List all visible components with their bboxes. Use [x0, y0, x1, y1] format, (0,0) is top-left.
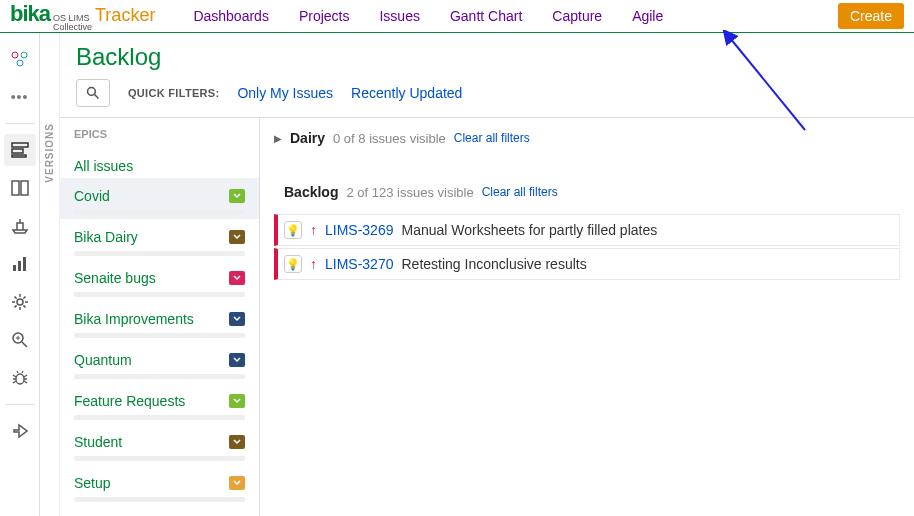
issue-type-icon: 💡 [284, 221, 302, 239]
epic-row[interactable]: Feature Requests [60, 383, 259, 424]
epic-progress-bar [74, 456, 245, 461]
epic-progress-bar [74, 333, 245, 338]
epic-label: Bika Dairy [74, 229, 138, 245]
epic-chip-icon [229, 230, 245, 244]
rail-project-icon[interactable] [4, 43, 36, 75]
logo[interactable]: bika OS LIMSCollective Tracker [10, 1, 155, 32]
svg-point-11 [17, 299, 23, 305]
svg-rect-10 [23, 257, 26, 271]
issue-key[interactable]: LIMS-3270 [325, 256, 393, 272]
epic-chip-icon [229, 353, 245, 367]
issue-type-icon: 💡 [284, 255, 302, 273]
svg-point-14 [88, 88, 96, 96]
svg-rect-6 [12, 181, 19, 195]
svg-rect-8 [13, 265, 16, 271]
group-count: 0 of 8 issues visible [333, 131, 446, 146]
versions-strip[interactable]: VERSIONS [40, 33, 60, 516]
group-backlog[interactable]: Backlog 2 of 123 issues visible Clear al… [274, 180, 900, 204]
svg-rect-4 [12, 149, 23, 153]
filter-only-my-issues[interactable]: Only My Issues [237, 85, 333, 101]
quick-filters-label: QUICK FILTERS: [128, 87, 219, 99]
epic-row[interactable]: Quantum [60, 342, 259, 383]
logo-subtitle: OS LIMSCollective [53, 14, 92, 32]
svg-point-2 [17, 60, 23, 66]
epic-chip-icon [229, 312, 245, 326]
rail-gear-icon[interactable] [4, 286, 36, 318]
epic-label: Setup [74, 475, 111, 491]
issue-summary: Retesting Inconclusive results [401, 256, 586, 272]
chevron-right-icon: ▶ [274, 133, 282, 144]
epic-chip-icon [229, 271, 245, 285]
svg-rect-3 [12, 143, 28, 147]
epic-chip-icon [229, 435, 245, 449]
top-bar: bika OS LIMSCollective Tracker Dashboard… [0, 0, 914, 33]
epic-chip-icon [229, 394, 245, 408]
nav-projects[interactable]: Projects [299, 8, 350, 24]
filter-recently-updated[interactable]: Recently Updated [351, 85, 462, 101]
clear-filters-link[interactable]: Clear all filters [454, 131, 530, 145]
epic-label: All issues [74, 158, 133, 174]
epic-chip-icon [229, 476, 245, 490]
epic-chip-icon [229, 189, 245, 203]
group-name: Backlog [284, 184, 338, 200]
nav-gantt[interactable]: Gantt Chart [450, 8, 522, 24]
epic-row[interactable]: Senaite bugs [60, 260, 259, 301]
rail-bug-icon[interactable] [4, 362, 36, 394]
epic-label: Covid [74, 188, 110, 204]
logo-tracker: Tracker [95, 5, 155, 26]
search-button[interactable] [76, 79, 110, 107]
epic-label: Student [74, 434, 122, 450]
epics-heading: EPICS [60, 118, 259, 148]
priority-up-icon: ↑ [310, 256, 317, 272]
group-dairy[interactable]: ▶ Dairy 0 of 8 issues visible Clear all … [274, 126, 900, 150]
nav-capture[interactable]: Capture [552, 8, 602, 24]
nav-agile[interactable]: Agile [632, 8, 663, 24]
rail-backlog-icon[interactable] [4, 134, 36, 166]
clear-filters-link[interactable]: Clear all filters [482, 185, 558, 199]
epics-all-issues[interactable]: All issues [60, 148, 259, 178]
versions-label: VERSIONS [44, 123, 55, 183]
issue-key[interactable]: LIMS-3269 [325, 222, 393, 238]
rail-more-icon[interactable]: ••• [4, 81, 36, 113]
rail-search-icon[interactable] [4, 324, 36, 356]
rail-feedback-icon[interactable] [4, 415, 36, 447]
epics-panel: EPICS All issues CovidBika DairySenaite … [60, 118, 260, 516]
epic-row[interactable]: Student [60, 424, 259, 465]
epic-progress-bar [74, 497, 245, 502]
page-title: Backlog [76, 43, 898, 71]
epic-label: Quantum [74, 352, 132, 368]
epic-progress-bar [74, 292, 245, 297]
group-name: Dairy [290, 130, 325, 146]
epic-progress-bar [74, 210, 245, 215]
epic-row[interactable]: Bika Improvements [60, 301, 259, 342]
epic-row[interactable]: Setup [60, 465, 259, 506]
issue-summary: Manual Worksheets for partly filled plat… [401, 222, 657, 238]
svg-point-0 [12, 52, 18, 58]
epic-label: Senaite bugs [74, 270, 156, 286]
priority-up-icon: ↑ [310, 222, 317, 238]
issue-row[interactable]: 💡↑LIMS-3270Retesting Inconclusive result… [274, 248, 900, 280]
svg-rect-5 [12, 155, 26, 157]
rail-reports-icon[interactable] [4, 248, 36, 280]
epic-progress-bar [74, 415, 245, 420]
logo-bika: bika [10, 1, 50, 27]
issues-panel: ▶ Dairy 0 of 8 issues visible Clear all … [260, 118, 914, 516]
epic-row[interactable]: Covid [60, 178, 259, 219]
issue-row[interactable]: 💡↑LIMS-3269Manual Worksheets for partly … [274, 214, 900, 246]
epic-row[interactable]: Bika Dairy [60, 219, 259, 260]
create-button[interactable]: Create [838, 3, 904, 29]
rail-board-icon[interactable] [4, 172, 36, 204]
epic-progress-bar [74, 374, 245, 379]
epic-progress-bar [74, 251, 245, 256]
svg-rect-7 [21, 181, 28, 195]
epic-label: Bika Improvements [74, 311, 194, 327]
page-header: Backlog QUICK FILTERS: Only My Issues Re… [60, 33, 914, 117]
group-count: 2 of 123 issues visible [346, 185, 473, 200]
epic-label: Feature Requests [74, 393, 185, 409]
left-rail: ••• [0, 33, 40, 516]
nav-issues[interactable]: Issues [379, 8, 419, 24]
svg-point-13 [16, 374, 24, 384]
nav-dashboards[interactable]: Dashboards [193, 8, 269, 24]
svg-rect-9 [18, 261, 21, 271]
rail-ship-icon[interactable] [4, 210, 36, 242]
